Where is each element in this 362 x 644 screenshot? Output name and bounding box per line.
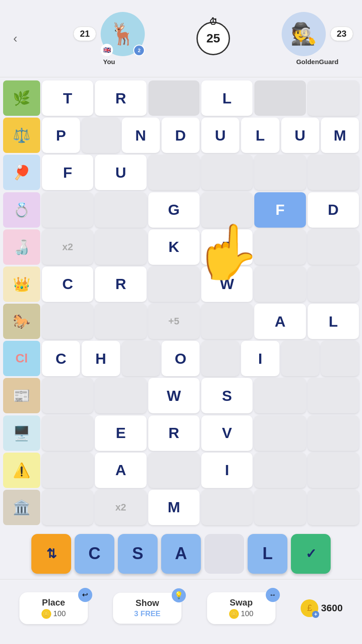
- letter-cell[interactable]: [254, 453, 305, 488]
- letter-cell[interactable]: D: [308, 192, 359, 228]
- letter-cell[interactable]: [308, 155, 359, 190]
- swap-tiles-button[interactable]: ⇅: [31, 534, 71, 574]
- clue-cell: 🏓: [3, 155, 40, 190]
- letter-cell[interactable]: [201, 341, 239, 376]
- letter-cell[interactable]: F: [42, 155, 93, 190]
- letter-cell[interactable]: [321, 341, 359, 376]
- letter-cell[interactable]: [254, 155, 305, 190]
- clue-cell: Cl: [3, 341, 40, 376]
- letter-cell[interactable]: M: [148, 490, 200, 525]
- letter-cell[interactable]: [95, 304, 146, 339]
- swap-cost: 100: [241, 610, 253, 618]
- player-you: 21 🦌 🇬🇧 2 You: [73, 12, 145, 65]
- letter-cell[interactable]: [308, 80, 359, 116]
- letter-cell[interactable]: L: [241, 118, 279, 153]
- letter-cell[interactable]: L: [201, 80, 253, 116]
- letter-cell-multiplier[interactable]: x2: [42, 229, 93, 265]
- letter-cell[interactable]: C: [42, 341, 80, 376]
- letter-cell[interactable]: [254, 267, 305, 302]
- letter-cell[interactable]: [308, 490, 359, 525]
- letter-cell[interactable]: G: [148, 192, 200, 228]
- letter-cell[interactable]: W: [201, 267, 253, 302]
- letter-cell[interactable]: V: [201, 415, 253, 451]
- letter-cell-highlighted[interactable]: F: [254, 192, 305, 228]
- letter-cell[interactable]: R: [95, 80, 146, 116]
- show-free-label: FREE: [140, 610, 160, 618]
- show-button[interactable]: 💡 Show 3 FREE: [113, 593, 181, 624]
- letter-cell[interactable]: P: [42, 118, 80, 153]
- grid-row: 📰 W S: [2, 377, 360, 414]
- place-cost: 100: [53, 610, 66, 618]
- letter-cell[interactable]: L: [308, 304, 359, 339]
- letter-cell[interactable]: U: [281, 118, 319, 153]
- tile-empty[interactable]: [204, 534, 244, 574]
- letter-cell[interactable]: [254, 490, 305, 525]
- letter-cell[interactable]: [95, 378, 146, 413]
- letter-cell[interactable]: A: [95, 453, 146, 488]
- letter-cell[interactable]: K: [148, 229, 200, 265]
- letter-cell[interactable]: [201, 155, 253, 190]
- letter-cell[interactable]: U: [95, 155, 146, 190]
- letter-cell[interactable]: [254, 415, 305, 451]
- letter-cell[interactable]: [42, 378, 93, 413]
- letter-cell[interactable]: N: [122, 118, 160, 153]
- player-opp: 🕵️ 23 GoldenGuard: [282, 12, 353, 65]
- letter-cell[interactable]: [308, 415, 359, 451]
- letter-cell[interactable]: I: [241, 341, 279, 376]
- wallet[interactable]: £ + 3600: [301, 599, 343, 617]
- swap-button[interactable]: ↔ Swap 🪙 100: [207, 592, 275, 624]
- back-button[interactable]: ‹: [9, 29, 22, 48]
- letter-cell[interactable]: [148, 267, 200, 302]
- tile-c[interactable]: C: [75, 534, 114, 574]
- letter-cell[interactable]: [201, 192, 253, 228]
- letter-cell-multiplier[interactable]: x2: [95, 490, 146, 525]
- letter-cell[interactable]: [148, 453, 200, 488]
- letter-cell[interactable]: C: [42, 267, 93, 302]
- letter-cell[interactable]: U: [201, 118, 239, 153]
- letter-cell[interactable]: [201, 490, 253, 525]
- letter-cell[interactable]: [42, 490, 93, 525]
- letter-cell[interactable]: [308, 267, 359, 302]
- letter-cell[interactable]: [254, 80, 305, 116]
- clue-cell: 🌿: [3, 80, 40, 116]
- letter-cell[interactable]: R: [148, 415, 200, 451]
- tile-s[interactable]: S: [118, 534, 158, 574]
- letter-cell[interactable]: T: [42, 80, 93, 116]
- tile-a[interactable]: A: [161, 534, 201, 574]
- letter-cell[interactable]: [42, 415, 93, 451]
- letter-cell[interactable]: [308, 378, 359, 413]
- letter-cell[interactable]: M: [321, 118, 359, 153]
- letter-cell[interactable]: [122, 341, 160, 376]
- tile-l[interactable]: L: [248, 534, 287, 574]
- letter-cell[interactable]: [95, 229, 146, 265]
- letter-cell[interactable]: I: [201, 453, 253, 488]
- letter-cell[interactable]: [281, 341, 319, 376]
- letter-cell[interactable]: [148, 155, 200, 190]
- letter-cell[interactable]: [42, 453, 93, 488]
- letter-cell[interactable]: O: [162, 341, 200, 376]
- show-free-count: 3: [134, 610, 138, 618]
- confirm-button[interactable]: ✓: [291, 534, 331, 574]
- game-timer: ⏱ 25: [196, 22, 230, 55]
- letter-cell[interactable]: [254, 229, 305, 265]
- letter-cell[interactable]: W: [148, 378, 200, 413]
- letter-cell[interactable]: [42, 304, 93, 339]
- letter-cell[interactable]: [82, 118, 120, 153]
- letter-cell[interactable]: [254, 378, 305, 413]
- letter-cell[interactable]: E: [201, 229, 253, 265]
- letter-cell[interactable]: [308, 229, 359, 265]
- place-button[interactable]: ↩ Place 🪙 100: [19, 592, 88, 624]
- letter-cell[interactable]: R: [95, 267, 146, 302]
- letter-cell[interactable]: H: [82, 341, 120, 376]
- letter-cell[interactable]: [42, 192, 93, 228]
- you-level: 2: [133, 45, 145, 56]
- letter-cell[interactable]: D: [162, 118, 200, 153]
- letter-cell[interactable]: [148, 80, 200, 116]
- letter-cell[interactable]: [308, 453, 359, 488]
- letter-cell[interactable]: E: [95, 415, 146, 451]
- letter-cell[interactable]: [95, 192, 146, 228]
- letter-cell[interactable]: A: [254, 304, 305, 339]
- letter-cell[interactable]: [201, 304, 253, 339]
- letter-cell[interactable]: S: [201, 378, 253, 413]
- letter-cell-plus5[interactable]: +5: [148, 304, 200, 339]
